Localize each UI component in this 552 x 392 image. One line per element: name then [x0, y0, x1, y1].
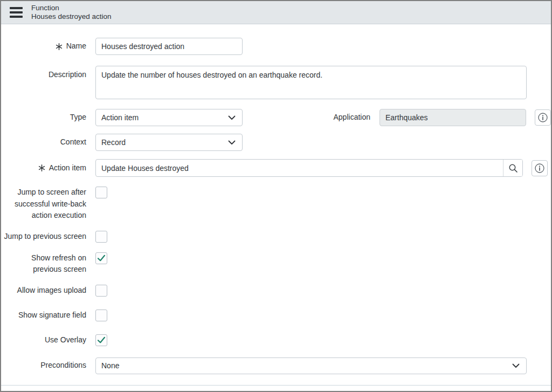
form-row-preconditions: Preconditions None — [1, 357, 551, 374]
action-item-info-button[interactable] — [532, 160, 548, 176]
context-label-wrap: Context — [1, 136, 86, 148]
form-row-show-signature: Show signature field — [1, 310, 551, 321]
function-form: Name Description Update the number of ho… — [1, 24, 551, 386]
form-row-description: Description Update the number of houses … — [1, 66, 551, 99]
context-label: Context — [60, 136, 86, 148]
allow-images-checkbox[interactable] — [95, 285, 107, 297]
allow-images-label: Allow images upload — [17, 285, 86, 297]
jump-to-screen-label: Jump to screen after successful write-ba… — [1, 187, 86, 222]
context-select-value: Record — [101, 138, 126, 147]
application-field: Earthquakes — [380, 109, 526, 126]
checkbox-label-wrap: Show refresh on previous screen — [1, 252, 86, 276]
type-select-value: Action item — [101, 113, 139, 122]
form-row-use-overlay: Use Overlay — [1, 334, 551, 346]
info-icon — [537, 112, 548, 123]
show-signature-label: Show signature field — [18, 310, 86, 321]
action-item-input[interactable] — [96, 160, 503, 176]
application-value: Earthquakes — [385, 113, 428, 122]
jump-to-previous-label: Jump to previous screen — [4, 231, 86, 243]
action-item-label-wrap: Action item — [1, 162, 86, 174]
menu-button[interactable] — [10, 7, 24, 18]
form-row-context: Context Record — [1, 134, 551, 151]
use-overlay-checkbox[interactable] — [95, 334, 107, 346]
name-label: Name — [66, 40, 86, 52]
name-input[interactable] — [95, 38, 243, 55]
hamburger-menu-icon — [10, 7, 23, 9]
checkbox-label-wrap: Jump to previous screen — [1, 231, 86, 243]
context-select[interactable]: Record — [95, 134, 243, 151]
form-row-name: Name — [1, 38, 551, 55]
required-asterisk-icon — [56, 43, 63, 50]
info-icon — [534, 163, 545, 174]
application-info-button[interactable] — [535, 109, 551, 126]
type-select[interactable]: Action item — [95, 109, 243, 126]
use-overlay-label: Use Overlay — [45, 334, 86, 346]
form-row-jump-to-previous: Jump to previous screen — [1, 231, 551, 243]
description-label-wrap: Description — [1, 66, 86, 81]
chevron-down-icon — [228, 115, 236, 120]
form-row-jump-to-screen: Jump to screen after successful write-ba… — [1, 187, 551, 222]
search-icon — [508, 163, 518, 173]
type-label-wrap: Type — [1, 112, 86, 123]
chevron-down-icon — [228, 140, 236, 145]
bottom-divider — [1, 385, 551, 386]
jump-to-previous-checkbox[interactable] — [95, 231, 107, 243]
show-refresh-checkbox[interactable] — [95, 252, 107, 264]
form-row-show-refresh: Show refresh on previous screen — [1, 252, 551, 276]
checkbox-label-wrap: Show signature field — [1, 310, 86, 321]
checkbox-label-wrap: Jump to screen after successful write-ba… — [1, 187, 86, 222]
action-item-field — [95, 159, 523, 177]
header-titles: Function Houses destroyed action — [31, 4, 112, 21]
show-refresh-label: Show refresh on previous screen — [1, 252, 86, 276]
show-signature-checkbox[interactable] — [95, 310, 107, 321]
preconditions-label: Preconditions — [40, 360, 86, 372]
hamburger-menu-icon — [10, 11, 23, 13]
preconditions-select-value: None — [101, 361, 119, 370]
form-row-allow-images: Allow images upload — [1, 285, 551, 297]
preconditions-label-wrap: Preconditions — [1, 360, 86, 372]
checkmark-icon — [97, 336, 106, 344]
application-label: Application — [334, 112, 371, 123]
form-row-type-application: Type Action item Application Earthquakes — [1, 109, 551, 126]
chevron-down-icon — [512, 363, 520, 368]
checkbox-label-wrap: Use Overlay — [1, 334, 86, 346]
checkbox-label-wrap: Allow images upload — [1, 285, 86, 297]
checkmark-icon — [97, 255, 106, 262]
preconditions-select[interactable]: None — [95, 357, 527, 374]
form-row-action-item: Action item — [1, 159, 551, 177]
action-item-search-button[interactable] — [503, 160, 522, 176]
page-subtitle: Houses destroyed action — [31, 12, 112, 21]
required-asterisk-icon — [38, 164, 45, 171]
page-title: Function — [31, 4, 112, 12]
type-label: Type — [70, 112, 86, 123]
name-label-wrap: Name — [1, 40, 86, 52]
description-textarea[interactable]: Update the number of houses destroyed on… — [95, 66, 527, 99]
hamburger-menu-icon — [10, 16, 23, 18]
action-item-label: Action item — [49, 162, 86, 174]
description-label: Description — [49, 69, 86, 81]
jump-to-screen-checkbox[interactable] — [95, 187, 107, 198]
header: Function Houses destroyed action — [1, 1, 551, 24]
